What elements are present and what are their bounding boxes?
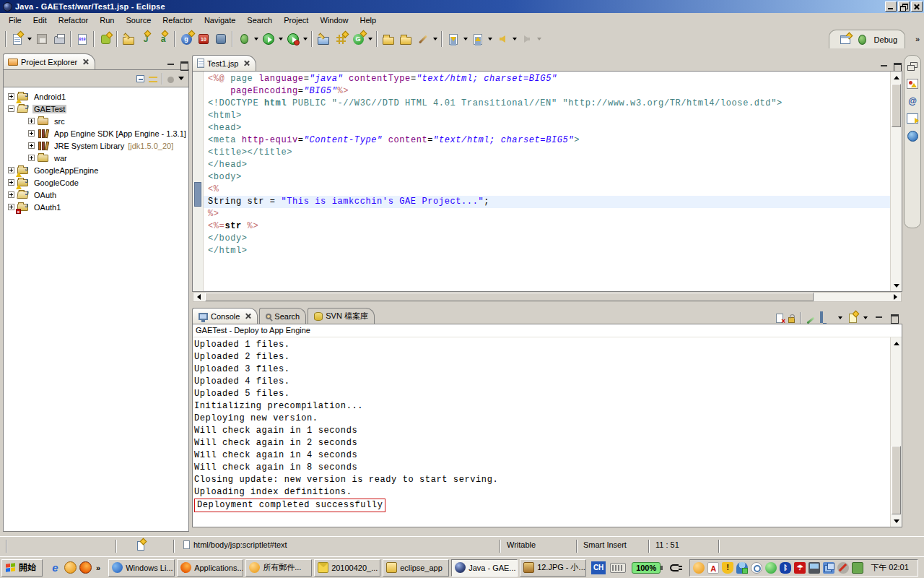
- search-brush-button[interactable]: [414, 30, 432, 48]
- tree-item-appengine-sdk[interactable]: App Engine SDK [App Engine - 1.3.1]: [4, 127, 188, 139]
- run-button[interactable]: [260, 30, 277, 48]
- code-line[interactable]: <%@ page language="java" contentType="te…: [208, 73, 890, 85]
- tray-blocked-icon[interactable]: [837, 562, 849, 574]
- open-perspective-button[interactable]: [837, 31, 854, 48]
- menu-item[interactable]: File: [3, 14, 27, 26]
- save-button[interactable]: [33, 30, 51, 48]
- tree-item-war[interactable]: war: [4, 152, 188, 164]
- tree-item-jre-library[interactable]: JRE System Library [jdk1.5.0_20]: [4, 139, 188, 152]
- taskbar-button-mail[interactable]: 所有郵件...: [245, 559, 312, 577]
- external-tools-button[interactable]: [284, 30, 302, 48]
- gwt-dropdown[interactable]: [368, 38, 372, 40]
- scrollbar-thumb[interactable]: [892, 84, 901, 127]
- external-tools-dropdown[interactable]: [303, 38, 308, 40]
- code-line[interactable]: <title></title>: [208, 147, 890, 159]
- display-console-dropdown[interactable]: [838, 316, 842, 319]
- expand-icon[interactable]: [28, 155, 35, 161]
- tab-project-explorer[interactable]: Project Explorer: [3, 53, 95, 69]
- search-dropdown[interactable]: [433, 38, 437, 40]
- tree-item-android1[interactable]: Android1: [4, 90, 188, 103]
- scroll-down-button[interactable]: [891, 515, 902, 527]
- code-line[interactable]: <%: [208, 184, 890, 196]
- expand-icon[interactable]: [28, 130, 35, 137]
- taskbar-button-image-viewer[interactable]: 12.JPG - 小...: [520, 559, 586, 577]
- print-button[interactable]: [51, 30, 68, 48]
- open-console-dropdown[interactable]: [863, 316, 868, 319]
- taskbar-button-20100420[interactable]: 20100420_...: [314, 559, 380, 577]
- menu-item[interactable]: Refactor: [53, 14, 95, 26]
- open-resource-button[interactable]: [380, 30, 397, 48]
- next-annotation-button[interactable]: [469, 30, 487, 48]
- console-vertical-scrollbar[interactable]: [890, 337, 902, 527]
- editor-left-ruler[interactable]: [193, 72, 204, 291]
- android-sdk-button[interactable]: [97, 30, 114, 48]
- tree-item-src[interactable]: src: [4, 115, 188, 127]
- forward-dropdown[interactable]: [537, 38, 541, 40]
- pin-console-button[interactable]: [806, 316, 814, 324]
- tab-test1-jsp[interactable]: Test1.jsp: [192, 55, 256, 71]
- menu-item[interactable]: Help: [354, 14, 383, 26]
- tab-console[interactable]: Console: [192, 308, 258, 324]
- minimize-console-button[interactable]: [874, 314, 884, 322]
- run-dropdown[interactable]: [279, 38, 283, 40]
- menu-item[interactable]: Navigate: [199, 14, 241, 26]
- taskbar-button-windows-live[interactable]: Windows Li...: [108, 559, 175, 577]
- editor-vertical-scrollbar[interactable]: [890, 72, 902, 291]
- new-wizard-dropdown[interactable]: [27, 38, 32, 40]
- menu-item[interactable]: Source: [120, 14, 157, 26]
- debug-perspective-button[interactable]: [854, 31, 871, 48]
- tab-svn-repository[interactable]: SVN 檔案庫: [308, 308, 375, 324]
- tree-item-oauth1[interactable]: x OAuth1: [4, 201, 188, 213]
- new-unit-button[interactable]: a: [154, 30, 172, 48]
- taskbar-button-eclipse[interactable]: Java - GAE...: [451, 559, 518, 577]
- tree-item-oauth[interactable]: OAuth: [4, 189, 188, 201]
- perspective-overflow-chevron[interactable]: »: [915, 35, 920, 43]
- close-editor-icon[interactable]: [243, 60, 250, 66]
- minimize-view-button[interactable]: [166, 61, 176, 69]
- restore-views-icon[interactable]: [907, 61, 918, 72]
- tab-search[interactable]: Search: [259, 308, 306, 324]
- tray-acrobat-icon[interactable]: A: [707, 562, 719, 574]
- menu-item[interactable]: Edit: [27, 14, 53, 26]
- close-console-icon[interactable]: [245, 313, 251, 319]
- image-view-icon[interactable]: [907, 79, 918, 89]
- expand-icon[interactable]: [8, 167, 14, 173]
- tree-item-gaetest[interactable]: GAETest: [4, 103, 188, 115]
- back-button[interactable]: [494, 30, 511, 48]
- maximize-view-button[interactable]: [179, 61, 189, 69]
- expand-icon[interactable]: [8, 179, 14, 186]
- code-line[interactable]: String str = "This is iamkcchin's GAE Pr…: [204, 196, 890, 208]
- taskbar-button-eclipse-app-folder[interactable]: eclipse_app: [383, 559, 449, 577]
- new-web-project-button[interactable]: [120, 30, 137, 48]
- expand-icon[interactable]: [28, 142, 35, 149]
- code-line[interactable]: <meta http-equiv="Content-Type" content=…: [208, 134, 890, 147]
- menu-item[interactable]: Run: [94, 14, 120, 26]
- scroll-left-button[interactable]: [193, 293, 204, 301]
- keyboard-icon[interactable]: [610, 563, 626, 573]
- outlook-icon[interactable]: [64, 561, 77, 574]
- tray-bluetooth-icon[interactable]: ᛒ: [780, 562, 791, 574]
- tree-item-googleappengine[interactable]: GoogleAppEngine: [4, 164, 188, 176]
- collapse-all-button[interactable]: [136, 75, 144, 82]
- expand-icon[interactable]: [8, 204, 14, 210]
- google-services-button[interactable]: g: [178, 30, 195, 48]
- collapse-icon[interactable]: [8, 105, 14, 112]
- display-console-icon[interactable]: [820, 311, 823, 323]
- scroll-lock-button[interactable]: [788, 317, 795, 323]
- debug-dropdown[interactable]: [254, 38, 258, 40]
- remove-launch-button[interactable]: [776, 314, 783, 323]
- debug-button[interactable]: [235, 30, 253, 48]
- next-annotation-dropdown[interactable]: [488, 38, 492, 40]
- taskbar-button-applications[interactable]: Applications...: [177, 559, 243, 577]
- debug-perspective-label[interactable]: Debug: [874, 35, 897, 44]
- scroll-up-button[interactable]: [891, 337, 902, 349]
- web-browser-icon[interactable]: [907, 131, 918, 142]
- code-line[interactable]: <%=str %>: [208, 220, 890, 233]
- taskbar-clock[interactable]: 下午 02:01: [866, 562, 915, 573]
- open-folder-button[interactable]: [397, 30, 414, 48]
- expand-icon[interactable]: [8, 191, 14, 198]
- outline-view-icon[interactable]: [907, 113, 918, 124]
- new-jsp-button[interactable]: [315, 30, 332, 48]
- code-line[interactable]: <!DOCTYPE html PUBLIC "-//W3C//DTD HTML …: [208, 98, 890, 110]
- minimize-editor-button[interactable]: [879, 62, 889, 71]
